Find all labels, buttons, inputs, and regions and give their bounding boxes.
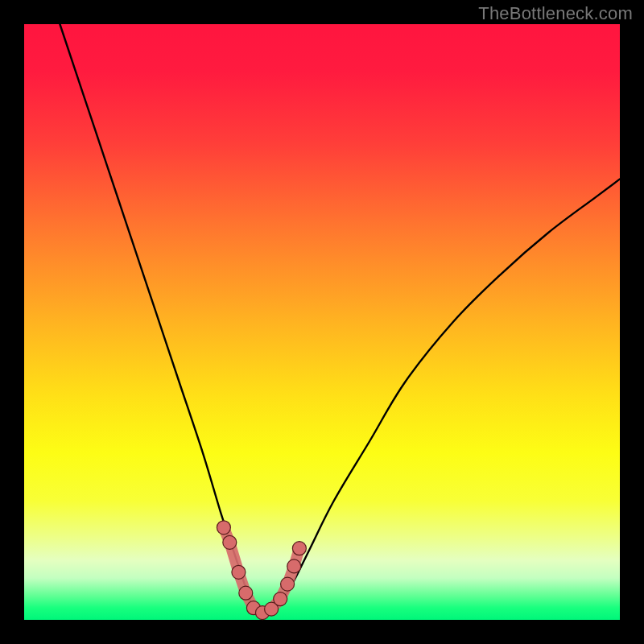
curve-path bbox=[60, 24, 620, 614]
watermark-text: TheBottleneck.com bbox=[478, 3, 633, 24]
marker-dots bbox=[217, 521, 306, 620]
bottleneck-curve bbox=[24, 24, 620, 620]
marker-dot bbox=[281, 577, 295, 591]
marker-dot bbox=[232, 565, 246, 579]
marker-dot bbox=[292, 542, 306, 555]
marker-dot bbox=[217, 521, 230, 535]
marker-dot bbox=[274, 592, 287, 606]
marker-dot bbox=[239, 586, 253, 600]
marker-dot bbox=[223, 535, 237, 549]
marker-dot bbox=[287, 559, 301, 573]
plot-area bbox=[24, 24, 620, 620]
